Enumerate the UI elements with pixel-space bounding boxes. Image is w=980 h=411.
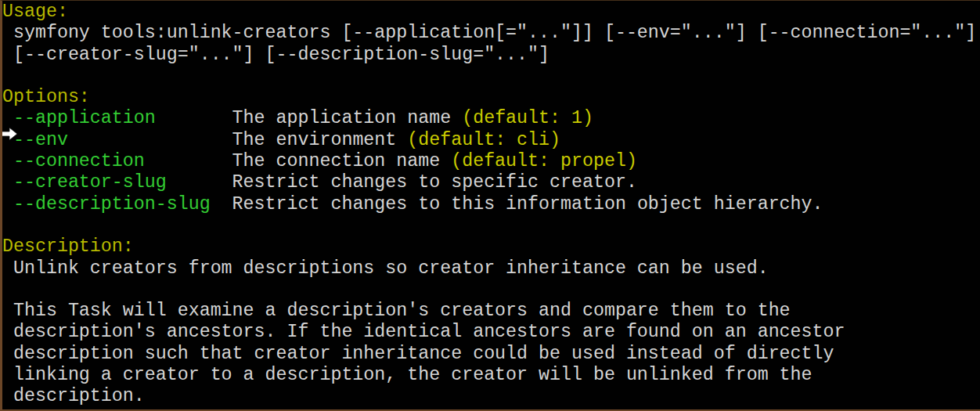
usage-header: Usage: xyxy=(2,2,980,23)
option-desc: The connection name xyxy=(145,151,451,171)
terminal-window[interactable]: Usage: symfony tools:unlink-creators [--… xyxy=(0,0,980,411)
description-summary: Unlink creators from descriptions so cre… xyxy=(2,258,980,279)
option-default: (default: propel) xyxy=(451,151,637,171)
option-desc: Restrict changes to specific creator. xyxy=(167,172,637,193)
option-row-application: --application The application name (defa… xyxy=(2,108,980,129)
option-flag: --creator-slug xyxy=(2,172,167,193)
options-header: Options: xyxy=(2,87,980,108)
option-desc: Restrict changes to this information obj… xyxy=(211,194,823,215)
blank-line xyxy=(2,279,980,301)
description-para-line: description such that creator inheritanc… xyxy=(2,344,980,365)
description-para-line: linking a creator to a description, the … xyxy=(2,365,980,386)
description-header: Description: xyxy=(2,236,980,258)
option-desc: The application name xyxy=(156,108,462,128)
option-row-connection: --connection The connection name (defaul… xyxy=(2,151,980,172)
usage-line-2: [--creator-slug="..."] [--description-sl… xyxy=(2,45,980,66)
option-flag: --connection xyxy=(2,151,145,171)
option-row-creator-slug: --creator-slug Restrict changes to speci… xyxy=(2,172,980,193)
option-flag: --application xyxy=(2,108,156,128)
blank-line xyxy=(2,66,980,87)
option-desc: The environment xyxy=(68,130,407,150)
option-row-env: --env The environment (default: cli) xyxy=(2,130,980,151)
option-flag: --description-slug xyxy=(2,194,211,215)
description-para-line: description's ancestors. If the identica… xyxy=(2,322,980,343)
usage-line-1: symfony tools:unlink-creators [--applica… xyxy=(2,23,980,44)
option-default: (default: 1) xyxy=(462,108,593,128)
blank-line xyxy=(2,215,980,236)
terminal-output: Usage: symfony tools:unlink-creators [--… xyxy=(2,2,980,408)
description-para-line: This Task will examine a description's c… xyxy=(2,301,980,322)
option-default: (default: cli) xyxy=(407,130,560,150)
arrow-right-cursor-icon xyxy=(0,127,18,141)
option-row-description-slug: --description-slug Restrict changes to t… xyxy=(2,194,980,215)
description-para-line: description. xyxy=(2,386,980,407)
